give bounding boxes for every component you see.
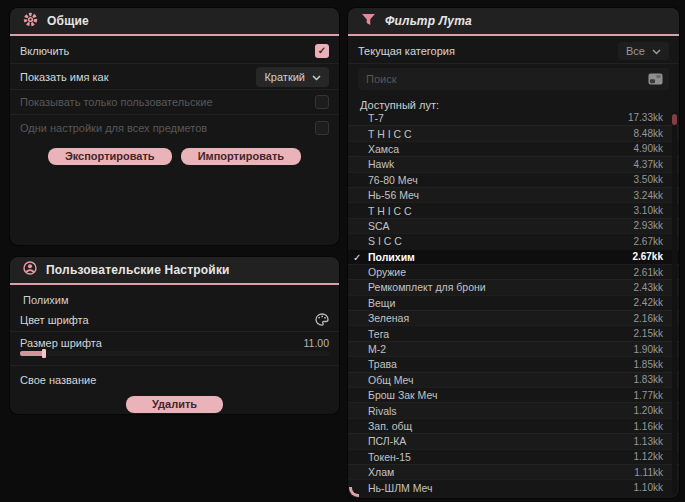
font-size-slider[interactable]	[20, 351, 329, 356]
loot-item-name: T H I C C	[368, 128, 412, 140]
loot-item-row[interactable]: Хамса 4.90kk	[348, 141, 679, 156]
loot-item-name: ПСЛ-КА	[368, 435, 406, 447]
chevron-down-icon	[312, 71, 321, 83]
loot-item-row[interactable]: ПСЛ-КА 1.13kk	[348, 433, 679, 448]
only-custom-checkbox[interactable]	[315, 95, 329, 109]
loot-item-row[interactable]: T H I C C 3.10kk	[348, 202, 679, 217]
loot-item-value: 1.90kk	[634, 344, 663, 355]
category-combo[interactable]: Все	[618, 42, 669, 60]
search-options-icon[interactable]	[648, 73, 663, 85]
name-mode-label: Показать имя как	[20, 71, 109, 83]
loot-item-row[interactable]: Зеленая 2.16kk	[348, 310, 679, 325]
loot-item-value: 1.10kk	[634, 482, 663, 493]
loot-item-value: 1.20kk	[634, 405, 663, 416]
name-mode-combo[interactable]: Краткий	[256, 67, 329, 87]
loot-filter-window: Фильтр Лута Текущая категория Все Доступ…	[348, 8, 679, 498]
loot-item-row[interactable]: Нь-56 Меч 3.24kk	[348, 187, 679, 202]
name-mode-row: Показать имя как Краткий	[10, 64, 339, 90]
loot-item-row[interactable]: Т-7 17.33kk	[348, 110, 679, 125]
loot-item-value: 2.43kk	[634, 282, 663, 293]
enable-row[interactable]: Включить ✓	[10, 38, 339, 64]
general-titlebar[interactable]: Общие	[10, 8, 339, 34]
enable-label: Включить	[20, 45, 69, 57]
loot-item-value: 2.15kk	[634, 328, 663, 339]
loot-item-name: Нь-56 Меч	[368, 189, 419, 201]
user-settings-titlebar[interactable]: Пользовательские Настройки	[10, 257, 339, 283]
loot-item-name: Хамса	[368, 143, 399, 155]
custom-name-input[interactable]: Свое название	[10, 368, 339, 392]
loot-item-value: 1.11kk	[634, 467, 663, 478]
loot-item-name: М-2	[368, 343, 386, 355]
loot-item-row[interactable]: Вещи 2.42kk	[348, 295, 679, 310]
scrollbar-thumb[interactable]	[672, 114, 677, 125]
loot-item-row[interactable]: Зап. общ 1.16kk	[348, 418, 679, 433]
loot-list: Т-7 17.33kk T H I C C 8.48kk Хамса 4.90k…	[348, 110, 679, 496]
loot-item-name: Общ Меч	[368, 374, 414, 386]
loot-item-row[interactable]: 76-80 Меч 3.50kk	[348, 172, 679, 187]
same-for-all-checkbox[interactable]	[315, 121, 329, 135]
loot-filter-titlebar[interactable]: Фильтр Лута	[348, 8, 679, 34]
loot-item-name: 76-80 Меч	[368, 174, 418, 186]
search-input[interactable]	[366, 73, 648, 85]
loot-item-name: Полихим	[368, 251, 415, 263]
loot-item-name: Вещи	[368, 297, 395, 309]
same-for-all-label: Одни настройки для всех предметов	[20, 122, 207, 134]
loot-list-scrollbar[interactable]	[672, 112, 677, 494]
export-button[interactable]: Экспортировать	[48, 148, 172, 165]
loot-item-value: 1.83kk	[634, 374, 663, 385]
loot-item-row[interactable]: Общ Меч 1.83kk	[348, 372, 679, 387]
loot-item-name: T H I C C	[368, 205, 412, 217]
category-row: Текущая категория Все	[348, 38, 679, 64]
loot-item-row[interactable]: Хлам 1.11kk	[348, 464, 679, 479]
name-mode-value: Краткий	[264, 71, 305, 83]
delete-button[interactable]: Удалить	[126, 396, 223, 413]
loot-item-name: Нь-ШЛМ Меч	[368, 482, 433, 494]
palette-icon[interactable]	[315, 313, 329, 326]
loot-item-value: 1.85kk	[634, 359, 663, 370]
custom-name-label: Свое название	[20, 374, 96, 386]
same-for-all-row[interactable]: Одни настройки для всех предметов	[10, 115, 339, 140]
loot-item-name: Хлам	[368, 466, 394, 478]
loot-item-value: 3.50kk	[634, 174, 663, 185]
enable-checkbox[interactable]: ✓	[315, 44, 329, 58]
general-window-title: Общие	[47, 14, 89, 28]
loot-item-row[interactable]: Rivals 1.20kk	[348, 402, 679, 417]
loot-item-row[interactable]: Брош Зак Меч 1.77kk	[348, 387, 679, 402]
loot-item-row[interactable]: ✓ Полихим 2.67kk	[348, 249, 679, 264]
loot-item-row[interactable]: Тега 2.15kk	[348, 325, 679, 340]
user-settings-title: Пользовательские Настройки	[46, 263, 230, 277]
loot-item-row[interactable]: S I C C 2.67kk	[348, 233, 679, 248]
loot-item-value: 2.67kk	[634, 236, 663, 247]
slider-thumb[interactable]	[42, 349, 46, 358]
loot-item-value: 2.61kk	[634, 267, 663, 278]
loot-item-value: 17.33kk	[628, 112, 663, 123]
loot-item-value: 8.48kk	[634, 128, 663, 139]
loot-item-row[interactable]: Токен-15 1.12kk	[348, 449, 679, 464]
only-custom-row[interactable]: Показывать только пользовательские	[10, 90, 339, 115]
loot-item-name: Rivals	[368, 405, 397, 417]
loot-item-row[interactable]: Нь-ШЛМ Меч 1.10kk	[348, 479, 679, 494]
loot-item-row[interactable]: Оружие 2.61kk	[348, 264, 679, 279]
loot-item-name: Т-7	[368, 112, 384, 124]
loot-item-value: 1.77kk	[634, 390, 663, 401]
import-button[interactable]: Импортировать	[181, 148, 301, 165]
loot-item-row[interactable]: Трава 1.85kk	[348, 356, 679, 371]
loot-item-row[interactable]: Hawk 4.37kk	[348, 156, 679, 171]
loot-item-row[interactable]: T H I C C 8.48kk	[348, 125, 679, 140]
loot-item-row[interactable]: SCA 2.93kk	[348, 218, 679, 233]
font-size-value: 11.00	[304, 337, 330, 349]
slider-fill	[20, 351, 44, 356]
loot-item-row[interactable]: М-2 1.90kk	[348, 341, 679, 356]
loot-item-row[interactable]: Ремкомплект для брони 2.43kk	[348, 279, 679, 294]
loot-item-value: 2.42kk	[634, 297, 663, 308]
selected-item-name: Полихим	[10, 285, 339, 308]
loot-item-value: 3.10kk	[634, 205, 663, 216]
check-icon: ✓	[318, 45, 326, 56]
font-color-row: Цвет шрифта	[10, 308, 339, 332]
loot-item-value: 1.12kk	[634, 451, 663, 462]
user-gear-icon	[23, 261, 37, 279]
category-value: Все	[626, 45, 645, 57]
loot-item-name: Hawk	[368, 158, 394, 170]
loot-item-value: 4.90kk	[634, 143, 663, 154]
category-label: Текущая категория	[358, 45, 455, 57]
